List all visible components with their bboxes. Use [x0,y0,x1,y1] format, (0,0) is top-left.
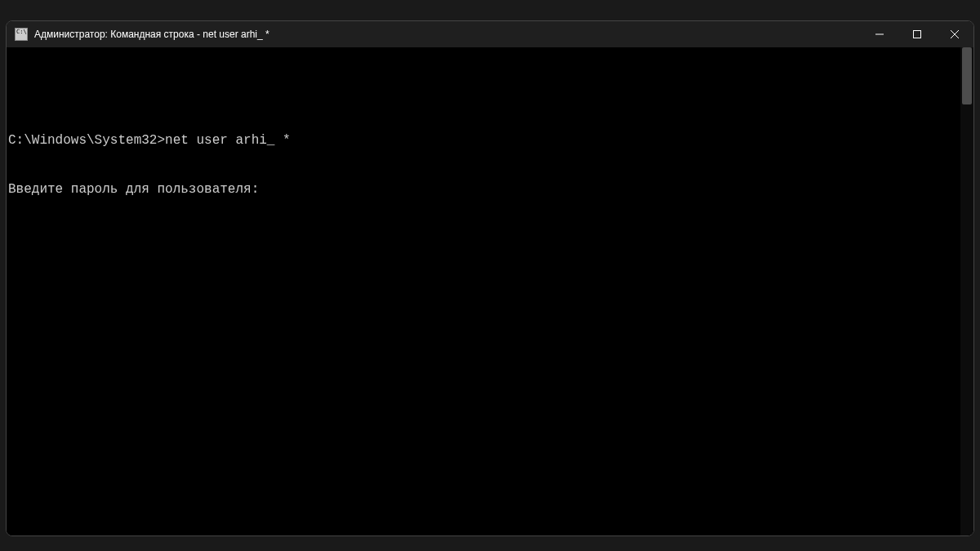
command-prompt-window: Администратор: Командная строка - net us… [6,20,974,536]
window-title: Администратор: Командная строка - net us… [34,29,861,40]
close-icon [951,30,959,38]
svg-rect-1 [914,31,921,38]
terminal-output[interactable]: C:\Windows\System32>net user arhi_ * Вве… [7,47,973,535]
maximize-button[interactable] [898,21,936,47]
terminal-prompt: C:\Windows\System32> [8,133,165,148]
titlebar[interactable]: Администратор: Командная строка - net us… [7,21,973,47]
minimize-icon [875,30,884,38]
terminal-command-line: C:\Windows\System32>net user arhi_ * [8,132,972,149]
scrollbar-thumb[interactable] [962,47,972,104]
terminal-output-line: Введите пароль для пользователя: [8,181,972,198]
window-controls [861,21,973,47]
maximize-icon [913,30,921,38]
terminal-blank-line [8,83,972,100]
minimize-button[interactable] [861,21,898,47]
vertical-scrollbar[interactable] [960,47,973,535]
cmd-icon [15,28,28,41]
terminal-command: net user arhi_ * [165,133,291,148]
close-button[interactable] [936,21,973,47]
